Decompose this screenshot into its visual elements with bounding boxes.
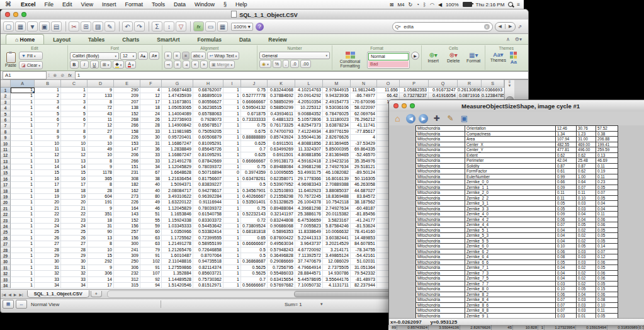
grid-cell[interactable]: 0.51328625 — [268, 200, 295, 205]
borders-button[interactable]: ⊞▾ — [100, 60, 111, 69]
row-header-14[interactable]: 14 — [1, 164, 11, 170]
spotlight-icon[interactable] — [508, 2, 513, 7]
grid-cell[interactable]: 91 — [140, 265, 162, 271]
grid-cell[interactable]: 0.54453642 — [193, 224, 223, 229]
grid-cell[interactable]: 0.34567901 — [241, 188, 268, 194]
grid-cell[interactable]: 2.49154773 — [323, 100, 351, 105]
sum-dropdown-icon[interactable]: ▼ — [320, 302, 324, 306]
grid-cell[interactable]: 29.518121 — [351, 164, 377, 170]
grid-cell[interactable]: 1 — [11, 212, 35, 217]
grid-cell[interactable]: 2.82676626 — [323, 135, 351, 140]
row-header-8[interactable]: 8 — [1, 129, 11, 135]
increase-decimal-button[interactable]: .0 — [290, 60, 299, 68]
grid-cell[interactable]: 306 — [88, 271, 114, 276]
grid-cell[interactable]: 0.76173325 — [268, 123, 295, 128]
next-sheet-icon[interactable]: ▶ — [13, 292, 18, 297]
grid-cell[interactable]: 1.6010487 — [162, 253, 193, 259]
grid-cell[interactable]: 1.21491278 — [162, 159, 193, 164]
grid-cell[interactable]: 8 — [88, 135, 114, 140]
grid-cell[interactable]: 11.9812445 — [351, 88, 377, 93]
column-header-K[interactable]: K — [268, 80, 295, 88]
grid-cell[interactable]: 34 — [61, 283, 88, 288]
chart-icon[interactable]: ▦ — [217, 21, 228, 31]
print-icon[interactable]: ▤ — [51, 21, 62, 31]
grid-cell[interactable]: 18 — [140, 105, 162, 111]
save-icon[interactable]: ▣ — [459, 113, 470, 124]
grid-cell[interactable]: 0.49563034 — [268, 241, 295, 247]
fill-button[interactable]: ▼Fill▾ — [19, 52, 43, 60]
grid-cell[interactable]: 0.73333333 — [241, 117, 268, 123]
grid-cell[interactable]: 0.65 — [241, 236, 268, 241]
grid-cell[interactable]: 30 — [35, 259, 61, 265]
column-header-C[interactable]: C — [61, 80, 88, 88]
grid-cell[interactable]: 49 — [140, 200, 162, 205]
time-machine-icon[interactable]: ◔ — [416, 2, 419, 8]
grid-cell[interactable]: 0.83839227 — [193, 182, 223, 188]
grid-cell[interactable]: 1.14489528 — [162, 277, 193, 283]
grid-cell[interactable]: 4.39681298 — [295, 206, 323, 212]
sort-icon[interactable]: ↕ — [164, 21, 174, 31]
grid-cell[interactable]: 1 — [223, 88, 241, 93]
grid-cell[interactable]: 4.80881856 — [295, 141, 323, 147]
row-header-24[interactable]: 24 — [1, 224, 11, 229]
grid-cell[interactable]: 0.7 — [241, 147, 268, 152]
grid-cell[interactable]: -77.85617 — [351, 129, 377, 135]
grid-cell[interactable]: 1 — [223, 212, 241, 217]
grid-cell[interactable]: 10 — [61, 141, 88, 147]
grid-cell[interactable]: 162 — [114, 188, 140, 194]
grid-cell[interactable]: 13 — [35, 159, 61, 164]
column-header-R[interactable]: R — [458, 80, 482, 88]
select-all-corner[interactable] — [1, 80, 11, 88]
grid-cell[interactable]: 31.051364 — [351, 265, 377, 271]
grid-cell[interactable]: 158 — [114, 129, 140, 135]
grid-cell[interactable]: 0.89488084 — [268, 206, 295, 212]
grid-cell[interactable]: 33 — [140, 159, 162, 164]
grid-cell[interactable]: 1 — [223, 152, 241, 158]
column-header-H[interactable]: H — [193, 80, 223, 88]
add-sheet-button[interactable]: + — [91, 291, 102, 297]
grid-cell[interactable]: 76.296212 — [351, 117, 377, 123]
menu-item-window[interactable]: Window — [190, 0, 219, 9]
cut-icon[interactable]: ✂ — [69, 21, 79, 31]
grid-cell[interactable]: 27 — [88, 129, 114, 135]
grid-cell[interactable]: 1 — [11, 224, 35, 229]
grid-cell[interactable]: 7 — [35, 123, 61, 128]
grid-cell[interactable]: 1 — [11, 194, 35, 200]
grid-cell[interactable]: 0.60506879 — [193, 135, 223, 140]
grid-cell[interactable]: 34 — [35, 283, 61, 288]
grid-cell[interactable]: 5.85000395 — [323, 147, 351, 152]
grid-cell[interactable]: 1 — [223, 236, 241, 241]
column-header-P[interactable]: P — [400, 80, 429, 88]
grid-cell[interactable]: 1 — [11, 236, 35, 241]
grid-cell[interactable]: 0.73809524 — [241, 224, 268, 229]
save-icon[interactable]: ▣ — [39, 21, 50, 31]
grid-cell[interactable]: 12 — [88, 123, 114, 128]
grid-cell[interactable]: 10.225312 — [295, 105, 323, 111]
grid-cell[interactable]: 182 — [114, 182, 140, 188]
clear-button[interactable]: ◪Clear▾ — [19, 61, 43, 69]
grid-cell[interactable]: 1.14004089 — [162, 111, 193, 117]
grid-cell[interactable]: 46.1082082 — [323, 170, 351, 176]
grid-cell[interactable]: 1.05053065 — [162, 105, 193, 111]
align-left-button[interactable]: ⫤ — [164, 60, 172, 69]
grid-cell[interactable]: 0.91116944 — [193, 200, 223, 205]
grid-cell[interactable]: 11 — [35, 147, 61, 152]
number-format-select[interactable]: General▾ — [259, 52, 330, 59]
row-header-26[interactable]: 26 — [1, 236, 11, 241]
grid-cell[interactable]: 32 — [61, 271, 88, 276]
column-header-L[interactable]: L — [295, 80, 323, 88]
menu-item-file[interactable]: File — [40, 0, 59, 9]
grid-cell[interactable]: 28.8844571 — [295, 271, 323, 276]
grid-cell[interactable]: 1.1725562 — [162, 236, 193, 241]
row-header-23[interactable]: 23 — [1, 218, 11, 224]
grid-cell[interactable]: 0.66666667 — [241, 241, 268, 247]
grid-cell[interactable]: -86.74977 — [351, 93, 377, 99]
row-header-2[interactable]: 2 — [1, 93, 11, 99]
grid-cell[interactable]: 29 — [61, 253, 88, 259]
delete-cells-button[interactable]: ⊗▾Delete — [444, 52, 463, 63]
redo-icon[interactable]: ↷ — [134, 21, 145, 31]
grid-cell[interactable]: 60 — [140, 229, 162, 235]
grid-cell[interactable]: 0.96392284 — [193, 194, 223, 200]
grid-cell[interactable]: 10.0066632 — [323, 229, 351, 235]
grid-cell[interactable]: 0.72399555 — [193, 236, 223, 241]
